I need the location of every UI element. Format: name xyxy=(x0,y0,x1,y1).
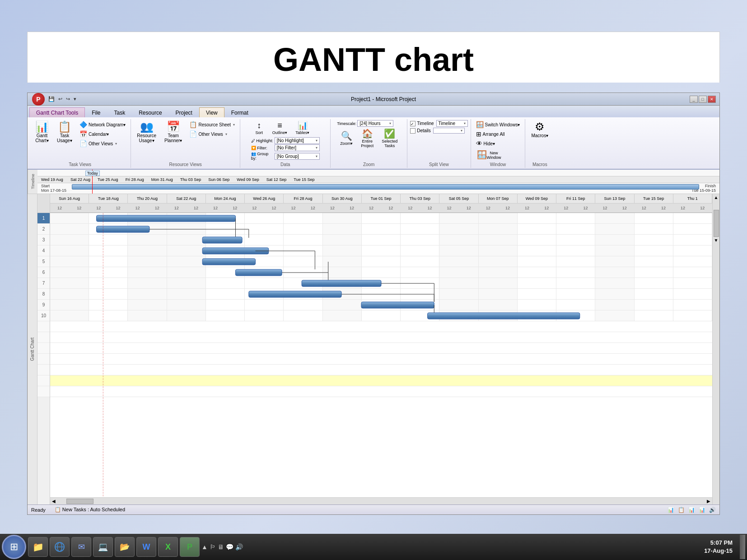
gantt-row-6 xyxy=(50,267,712,278)
file-explorer-button[interactable]: 📁 xyxy=(28,537,48,557)
other-views-task-button[interactable]: 📄 Other Views ▾ xyxy=(77,139,128,148)
v-scroll-down[interactable]: ▼ xyxy=(713,237,719,244)
quick-undo-btn[interactable]: ↩ xyxy=(57,96,63,102)
g-cell xyxy=(673,300,712,310)
macros-button[interactable]: ⚙ Macros▾ xyxy=(528,120,551,139)
status-icon-2[interactable]: 📋 xyxy=(678,507,685,513)
gantt-date-tue15: Tue 15 Sep xyxy=(635,194,673,203)
gantt-row-empty-3 xyxy=(50,343,712,354)
zoom-button[interactable]: 🔍 Zoom▾ xyxy=(337,130,356,147)
status-icon-3[interactable]: 📊 xyxy=(688,507,695,513)
hide-button[interactable]: 👁 Hide▾ xyxy=(474,139,498,148)
vertical-scrollbar[interactable]: ▲ ▼ xyxy=(712,194,719,504)
entire-project-button[interactable]: 🏠 EntireProject xyxy=(358,128,377,149)
h-8: 12 xyxy=(187,204,206,213)
tab-format[interactable]: Format xyxy=(224,107,255,117)
h-26: 12 xyxy=(537,204,556,213)
ribbon-group-macros: ⚙ Macros▾ Macros xyxy=(525,119,554,168)
timeline-date-10: Tue 15 Sep xyxy=(290,176,318,183)
calendar-button[interactable]: 📅 Calendar▾ xyxy=(77,130,128,139)
zoom-content: Timescale: [24] Hours ▾ 🔍 Zoom▾ 🏠 xyxy=(337,120,401,161)
explorer-button[interactable]: 💻 xyxy=(93,537,113,557)
timeline-combo[interactable]: Timeline ▾ xyxy=(436,120,468,127)
tab-task[interactable]: Task xyxy=(107,107,132,117)
ms-word-button[interactable]: W xyxy=(136,537,156,557)
filter-label: 🔽 Filter: xyxy=(251,146,274,150)
resource-usage-button[interactable]: 👥 ResourceUsage▾ xyxy=(134,120,159,144)
status-icon-1[interactable]: 📊 xyxy=(668,507,674,513)
horizontal-scrollbar[interactable]: ◀ ▶ xyxy=(50,497,712,504)
close-button[interactable]: ✕ xyxy=(708,96,716,103)
tables-button[interactable]: 📊 Tables▾ xyxy=(292,120,313,136)
g-cell xyxy=(362,213,401,223)
zoom-label: Zoom▾ xyxy=(340,141,353,146)
resource-sheet-button[interactable]: 📋 Resource Sheet ▾ xyxy=(187,120,237,129)
v-scroll-thumb[interactable] xyxy=(714,210,719,237)
tab-project[interactable]: Project xyxy=(169,107,199,117)
outline-button[interactable]: ≡ Outline▾ xyxy=(269,120,291,136)
gantt-date-mon24: Mon 24 Aug xyxy=(206,194,245,203)
g-cell xyxy=(479,235,518,245)
show-desktop-button[interactable] xyxy=(740,535,745,559)
gantt-chart-button[interactable]: 📊 GanttChart▾ xyxy=(32,120,52,144)
g-cell xyxy=(518,256,556,267)
details-checkbox[interactable] xyxy=(410,128,416,134)
tab-gantt-chart-tools[interactable]: Gantt Chart Tools xyxy=(29,107,85,117)
maximize-button[interactable]: □ xyxy=(699,96,707,103)
network-diagram-button[interactable]: 🔷 Network Diagram▾ xyxy=(77,120,128,129)
g-cell xyxy=(362,245,401,256)
gantt-date-thu20: Thu 20 Aug xyxy=(128,194,167,203)
ms-project-button[interactable]: P xyxy=(180,537,200,557)
team-planner-icon: 📅 xyxy=(167,121,180,132)
g-cell xyxy=(479,278,518,288)
g-cell xyxy=(167,300,206,310)
h-scroll-left[interactable]: ◀ xyxy=(50,499,57,504)
arrange-all-button[interactable]: ⊞ Arrange All xyxy=(474,130,507,139)
g-cell xyxy=(556,245,595,256)
tab-resource[interactable]: Resource xyxy=(132,107,168,117)
sort-label: Sort xyxy=(255,130,263,135)
g-cell xyxy=(362,224,401,234)
ms-excel-button[interactable]: X xyxy=(158,537,178,557)
g-cell xyxy=(50,300,89,310)
status-icon-4[interactable]: 📊 xyxy=(699,507,705,513)
timeline-checkbox[interactable] xyxy=(410,121,416,126)
new-window-button[interactable]: 🪟 NewWindow xyxy=(474,149,504,161)
g-cell xyxy=(518,300,556,310)
gantt-date-fri11: Fri 11 Sep xyxy=(556,194,595,203)
highlight-combo[interactable]: [No Highlight] ▾ xyxy=(275,137,320,144)
g-cell xyxy=(50,278,89,288)
other-views-resource-button[interactable]: 📄 Other Views ▾ xyxy=(187,130,237,139)
tab-file[interactable]: File xyxy=(85,107,107,117)
status-icon-5[interactable]: 🔊 xyxy=(709,507,716,513)
g-cell xyxy=(323,245,362,256)
folder-button[interactable]: 📂 xyxy=(115,537,135,557)
minimize-button[interactable]: _ xyxy=(690,96,698,103)
quick-redo-btn[interactable]: ↪ xyxy=(65,96,71,102)
h-scroll-thumb[interactable] xyxy=(66,499,93,504)
g-cell xyxy=(245,278,284,288)
h-28: 12 xyxy=(576,204,595,213)
quick-save-btn[interactable]: 💾 xyxy=(47,96,56,102)
filter-combo[interactable]: [No Filter] ▾ xyxy=(275,144,320,151)
quick-customize-btn[interactable]: ▾ xyxy=(73,96,77,102)
group-by-combo[interactable]: [No Group] ▾ xyxy=(275,153,320,160)
ie-browser-button[interactable] xyxy=(50,537,70,557)
row-num-1: 1 xyxy=(37,213,50,224)
tab-view[interactable]: View xyxy=(199,107,224,117)
sort-button[interactable]: ↕ Sort xyxy=(251,120,267,136)
v-scroll-up[interactable]: ▲ xyxy=(713,194,719,201)
g-cell xyxy=(479,224,518,234)
timescale-combo[interactable]: [24] Hours ▾ xyxy=(357,120,393,127)
mail-button[interactable]: ✉ xyxy=(71,537,91,557)
h-13: 12 xyxy=(284,204,303,213)
selected-tasks-button[interactable]: ✅ SelectedTasks xyxy=(378,128,401,149)
windows-start-button[interactable]: ⊞ xyxy=(2,535,26,559)
team-planner-button[interactable]: 📅 TeamPlanner▾ xyxy=(161,120,185,144)
h-scroll-right[interactable]: ▶ xyxy=(705,499,712,504)
switch-windows-button[interactable]: 🪟 Switch Windows▾ xyxy=(474,120,523,129)
ms-office-button[interactable]: P xyxy=(32,93,45,106)
task-usage-button[interactable]: 📋 TaskUsage▾ xyxy=(54,120,75,144)
g-cell xyxy=(439,289,478,299)
details-combo[interactable]: ▾ xyxy=(433,128,465,134)
